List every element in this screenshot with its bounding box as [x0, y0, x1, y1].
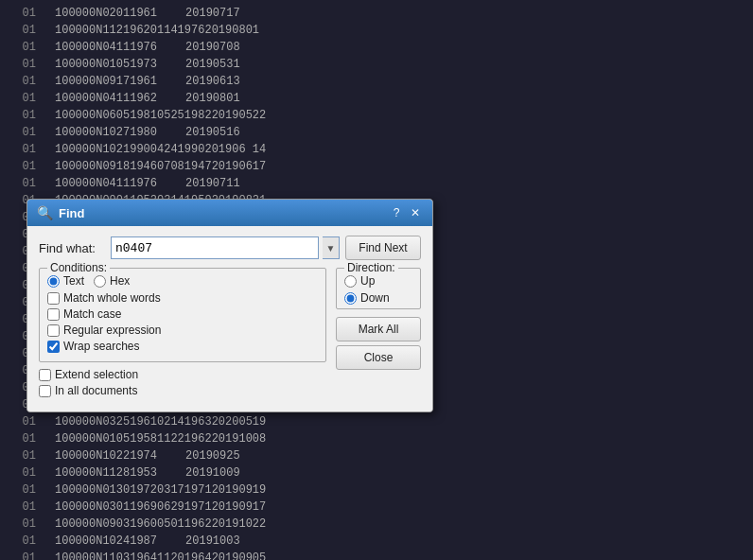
- main-sections: Conditions: Text Hex: [39, 268, 421, 400]
- dialog-body: Find what: ▼ Find Next Conditions:: [27, 226, 432, 411]
- regular-expression-item[interactable]: Regular expression: [47, 324, 318, 337]
- match-whole-words-item[interactable]: Match whole words: [47, 291, 318, 305]
- find-icon: 🔍: [37, 205, 53, 220]
- extend-selection-label: Extend selection: [55, 368, 138, 381]
- hex-radio[interactable]: [94, 275, 106, 288]
- extend-selection-item[interactable]: Extend selection: [39, 368, 326, 381]
- hex-radio-label: Hex: [110, 274, 130, 288]
- text-radio-item[interactable]: Text: [47, 274, 84, 288]
- regular-expression-checkbox[interactable]: [47, 324, 60, 337]
- dialog-title-left: 🔍 Find: [37, 205, 84, 220]
- extend-selection-checkbox[interactable]: [39, 369, 51, 381]
- find-next-button[interactable]: Find Next: [345, 236, 421, 260]
- in-all-documents-label: In all documents: [55, 384, 137, 397]
- left-section: Conditions: Text Hex: [39, 268, 336, 400]
- match-case-item[interactable]: Match case: [47, 307, 318, 321]
- direction-label: Direction:: [344, 261, 398, 274]
- conditions-label: Conditions:: [47, 261, 110, 274]
- dialog-title-controls: ? ✕: [389, 205, 423, 220]
- direction-box: Direction: Up Down: [336, 268, 421, 309]
- wrap-searches-item[interactable]: Wrap searches: [47, 340, 318, 353]
- in-all-documents-item[interactable]: In all documents: [39, 384, 326, 397]
- conditions-box: Conditions: Text Hex: [39, 268, 326, 362]
- text-radio-label: Text: [63, 274, 84, 288]
- down-radio-item[interactable]: Down: [344, 291, 412, 305]
- in-all-documents-checkbox[interactable]: [39, 385, 51, 397]
- find-what-label: Find what:: [39, 241, 105, 255]
- wrap-searches-label: Wrap searches: [63, 340, 139, 353]
- up-radio-label: Up: [360, 274, 375, 288]
- match-case-label: Match case: [63, 307, 121, 321]
- find-input[interactable]: [111, 236, 319, 259]
- hex-radio-item[interactable]: Hex: [94, 274, 130, 288]
- up-radio-item[interactable]: Up: [344, 274, 412, 288]
- wrap-searches-checkbox[interactable]: [47, 341, 60, 353]
- mark-all-button[interactable]: Mark All: [336, 317, 421, 341]
- up-radio[interactable]: [344, 275, 357, 288]
- match-whole-words-label: Match whole words: [63, 291, 161, 305]
- dialog-overlay: 🔍 Find ? ✕ Find what: ▼ Find Next: [0, 0, 753, 560]
- text-radio[interactable]: [47, 275, 60, 288]
- type-radio-group: Text Hex: [47, 274, 318, 288]
- find-dialog: 🔍 Find ? ✕ Find what: ▼ Find Next: [26, 199, 433, 412]
- match-case-checkbox[interactable]: [47, 308, 60, 321]
- help-button[interactable]: ?: [389, 205, 404, 220]
- find-dropdown-arrow[interactable]: ▼: [323, 236, 340, 259]
- dialog-titlebar: 🔍 Find ? ✕: [27, 200, 432, 226]
- match-whole-words-checkbox[interactable]: [47, 292, 60, 305]
- regular-expression-label: Regular expression: [63, 324, 161, 337]
- find-input-container: ▼: [111, 236, 340, 259]
- find-what-row: Find what: ▼ Find Next: [39, 236, 421, 260]
- close-title-button[interactable]: ✕: [408, 205, 423, 220]
- dialog-title: Find: [59, 206, 84, 220]
- right-section: Direction: Up Down Mark All Close: [336, 268, 421, 400]
- close-button[interactable]: Close: [336, 345, 421, 370]
- down-radio-label: Down: [360, 291, 390, 305]
- down-radio[interactable]: [344, 292, 357, 305]
